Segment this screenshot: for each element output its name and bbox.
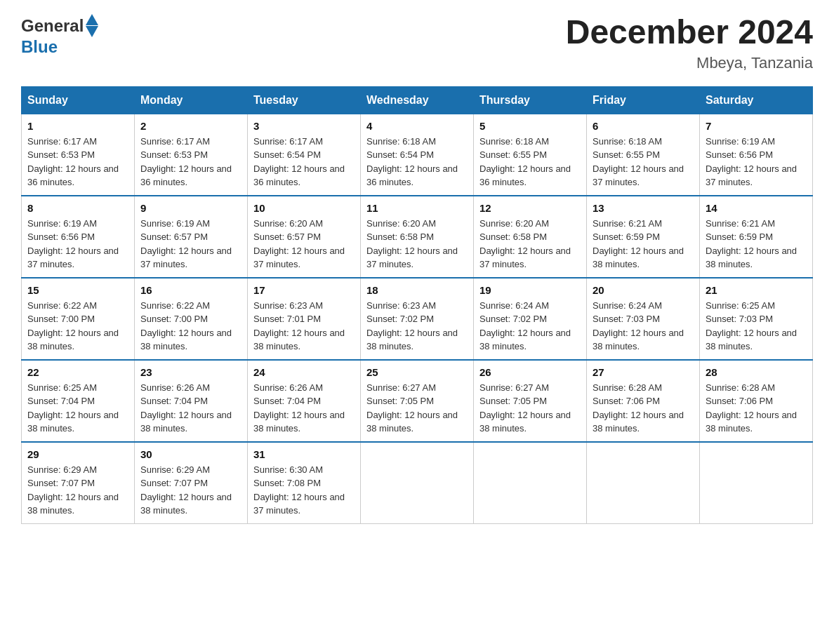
day-info: Sunrise: 6:19 AMSunset: 6:56 PMDaylight:… — [706, 136, 797, 188]
calendar-cell: 22 Sunrise: 6:25 AMSunset: 7:04 PMDaylig… — [22, 360, 135, 442]
calendar-table: Sunday Monday Tuesday Wednesday Thursday… — [21, 86, 813, 524]
location-label: Mbeya, Tanzania — [566, 54, 813, 72]
header-monday: Monday — [135, 86, 248, 114]
calendar-cell — [700, 442, 813, 524]
calendar-cell: 31 Sunrise: 6:30 AMSunset: 7:08 PMDaylig… — [248, 442, 361, 524]
day-info: Sunrise: 6:24 AMSunset: 7:03 PMDaylight:… — [593, 300, 684, 352]
logo-triangle-down — [86, 26, 98, 37]
calendar-cell: 14 Sunrise: 6:21 AMSunset: 6:59 PMDaylig… — [700, 196, 813, 278]
day-number: 21 — [706, 284, 807, 296]
calendar-week-row-1: 1 Sunrise: 6:17 AMSunset: 6:53 PMDayligh… — [22, 114, 813, 196]
day-info: Sunrise: 6:17 AMSunset: 6:54 PMDaylight:… — [253, 136, 345, 188]
day-info: Sunrise: 6:18 AMSunset: 6:54 PMDaylight:… — [366, 136, 458, 188]
calendar-cell: 26 Sunrise: 6:27 AMSunset: 7:05 PMDaylig… — [474, 360, 587, 442]
calendar-cell: 28 Sunrise: 6:28 AMSunset: 7:06 PMDaylig… — [700, 360, 813, 442]
day-number: 12 — [479, 202, 581, 214]
calendar-cell: 29 Sunrise: 6:29 AMSunset: 7:07 PMDaylig… — [22, 442, 135, 524]
calendar-cell — [474, 442, 587, 524]
day-number: 3 — [253, 120, 355, 132]
day-number: 27 — [593, 366, 694, 378]
header-thursday: Thursday — [474, 86, 587, 114]
day-number: 8 — [27, 202, 128, 214]
day-number: 26 — [479, 366, 581, 378]
day-info: Sunrise: 6:23 AMSunset: 7:02 PMDaylight:… — [366, 300, 458, 352]
day-number: 20 — [593, 284, 694, 296]
day-info: Sunrise: 6:29 AMSunset: 7:07 PMDaylight:… — [27, 464, 119, 516]
page-header: General Blue December 2024 Mbeya, Tanzan… — [21, 14, 813, 72]
day-info: Sunrise: 6:27 AMSunset: 7:05 PMDaylight:… — [366, 382, 458, 434]
calendar-week-row-2: 8 Sunrise: 6:19 AMSunset: 6:56 PMDayligh… — [22, 196, 813, 278]
calendar-cell: 21 Sunrise: 6:25 AMSunset: 7:03 PMDaylig… — [700, 278, 813, 360]
calendar-header-row: Sunday Monday Tuesday Wednesday Thursday… — [22, 86, 813, 114]
day-info: Sunrise: 6:22 AMSunset: 7:00 PMDaylight:… — [140, 300, 232, 352]
day-number: 19 — [479, 284, 581, 296]
day-info: Sunrise: 6:26 AMSunset: 7:04 PMDaylight:… — [140, 382, 232, 434]
day-info: Sunrise: 6:17 AMSunset: 6:53 PMDaylight:… — [27, 136, 119, 188]
logo-blue-text: Blue — [21, 37, 58, 56]
day-info: Sunrise: 6:28 AMSunset: 7:06 PMDaylight:… — [706, 382, 797, 434]
calendar-cell: 10 Sunrise: 6:20 AMSunset: 6:57 PMDaylig… — [248, 196, 361, 278]
day-number: 11 — [366, 202, 468, 214]
calendar-cell: 8 Sunrise: 6:19 AMSunset: 6:56 PMDayligh… — [22, 196, 135, 278]
day-info: Sunrise: 6:19 AMSunset: 6:56 PMDaylight:… — [27, 218, 119, 270]
day-info: Sunrise: 6:21 AMSunset: 6:59 PMDaylight:… — [593, 218, 684, 270]
day-number: 16 — [140, 284, 241, 296]
calendar-cell — [587, 442, 700, 524]
day-info: Sunrise: 6:23 AMSunset: 7:01 PMDaylight:… — [253, 300, 345, 352]
day-info: Sunrise: 6:20 AMSunset: 6:57 PMDaylight:… — [253, 218, 345, 270]
day-info: Sunrise: 6:18 AMSunset: 6:55 PMDaylight:… — [593, 136, 684, 188]
day-number: 6 — [593, 120, 694, 132]
calendar-cell: 6 Sunrise: 6:18 AMSunset: 6:55 PMDayligh… — [587, 114, 700, 196]
calendar-cell: 24 Sunrise: 6:26 AMSunset: 7:04 PMDaylig… — [248, 360, 361, 442]
calendar-cell: 18 Sunrise: 6:23 AMSunset: 7:02 PMDaylig… — [361, 278, 474, 360]
day-number: 30 — [140, 448, 241, 460]
calendar-cell: 4 Sunrise: 6:18 AMSunset: 6:54 PMDayligh… — [361, 114, 474, 196]
calendar-cell: 27 Sunrise: 6:28 AMSunset: 7:06 PMDaylig… — [587, 360, 700, 442]
calendar-cell: 7 Sunrise: 6:19 AMSunset: 6:56 PMDayligh… — [700, 114, 813, 196]
day-info: Sunrise: 6:26 AMSunset: 7:04 PMDaylight:… — [253, 382, 345, 434]
calendar-week-row-4: 22 Sunrise: 6:25 AMSunset: 7:04 PMDaylig… — [22, 360, 813, 442]
logo-general-text: General — [21, 16, 84, 36]
calendar-cell: 5 Sunrise: 6:18 AMSunset: 6:55 PMDayligh… — [474, 114, 587, 196]
calendar-cell: 1 Sunrise: 6:17 AMSunset: 6:53 PMDayligh… — [22, 114, 135, 196]
day-number: 23 — [140, 366, 241, 378]
header-tuesday: Tuesday — [248, 86, 361, 114]
day-number: 15 — [27, 284, 128, 296]
logo: General Blue — [21, 14, 98, 57]
day-info: Sunrise: 6:20 AMSunset: 6:58 PMDaylight:… — [366, 218, 458, 270]
calendar-cell: 3 Sunrise: 6:17 AMSunset: 6:54 PMDayligh… — [248, 114, 361, 196]
calendar-cell: 13 Sunrise: 6:21 AMSunset: 6:59 PMDaylig… — [587, 196, 700, 278]
logo-triangle-up — [86, 14, 98, 25]
day-info: Sunrise: 6:21 AMSunset: 6:59 PMDaylight:… — [706, 218, 797, 270]
calendar-cell: 15 Sunrise: 6:22 AMSunset: 7:00 PMDaylig… — [22, 278, 135, 360]
day-number: 28 — [706, 366, 807, 378]
day-number: 4 — [366, 120, 468, 132]
calendar-cell: 16 Sunrise: 6:22 AMSunset: 7:00 PMDaylig… — [135, 278, 248, 360]
header-wednesday: Wednesday — [361, 86, 474, 114]
day-number: 2 — [140, 120, 241, 132]
title-section: December 2024 Mbeya, Tanzania — [566, 14, 813, 72]
day-number: 5 — [479, 120, 581, 132]
day-info: Sunrise: 6:25 AMSunset: 7:03 PMDaylight:… — [706, 300, 797, 352]
day-number: 22 — [27, 366, 128, 378]
day-number: 25 — [366, 366, 468, 378]
month-title: December 2024 — [566, 14, 813, 51]
calendar-cell: 20 Sunrise: 6:24 AMSunset: 7:03 PMDaylig… — [587, 278, 700, 360]
calendar-cell: 9 Sunrise: 6:19 AMSunset: 6:57 PMDayligh… — [135, 196, 248, 278]
day-info: Sunrise: 6:22 AMSunset: 7:00 PMDaylight:… — [27, 300, 119, 352]
day-number: 17 — [253, 284, 355, 296]
header-sunday: Sunday — [22, 86, 135, 114]
day-info: Sunrise: 6:29 AMSunset: 7:07 PMDaylight:… — [140, 464, 232, 516]
calendar-cell: 17 Sunrise: 6:23 AMSunset: 7:01 PMDaylig… — [248, 278, 361, 360]
day-number: 29 — [27, 448, 128, 460]
day-info: Sunrise: 6:20 AMSunset: 6:58 PMDaylight:… — [479, 218, 571, 270]
day-number: 10 — [253, 202, 355, 214]
calendar-cell: 19 Sunrise: 6:24 AMSunset: 7:02 PMDaylig… — [474, 278, 587, 360]
day-number: 1 — [27, 120, 128, 132]
day-number: 18 — [366, 284, 468, 296]
calendar-cell: 12 Sunrise: 6:20 AMSunset: 6:58 PMDaylig… — [474, 196, 587, 278]
calendar-cell: 25 Sunrise: 6:27 AMSunset: 7:05 PMDaylig… — [361, 360, 474, 442]
calendar-cell: 30 Sunrise: 6:29 AMSunset: 7:07 PMDaylig… — [135, 442, 248, 524]
day-number: 24 — [253, 366, 355, 378]
day-info: Sunrise: 6:19 AMSunset: 6:57 PMDaylight:… — [140, 218, 232, 270]
